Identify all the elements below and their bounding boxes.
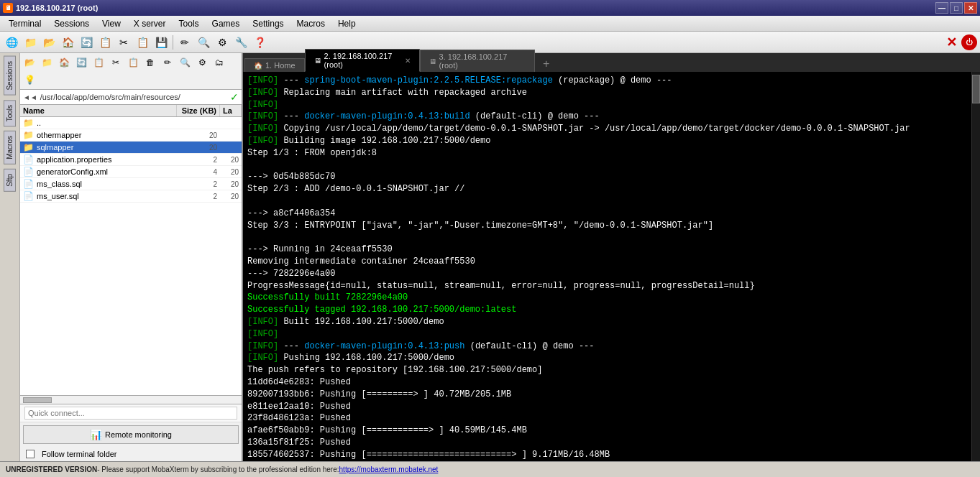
file-icon: 📄 (23, 191, 34, 201)
terminal-line: afae6f50abb9: Pushing [============> ] 4… (247, 425, 967, 437)
tab-add-button[interactable]: + (538, 56, 555, 72)
toolbar-home-icon[interactable]: 🏠 (59, 34, 76, 51)
file-row-parent[interactable]: 📁 .. (20, 117, 242, 129)
file-newfolder-icon[interactable]: 📁 (39, 55, 55, 70)
terminal-line: [INFO] (247, 328, 967, 341)
file-row-app-props[interactable]: 📄 application.properties 2 20 (20, 154, 242, 166)
file-refresh-icon[interactable]: 🔄 (73, 55, 89, 70)
terminal-line: [INFO] Replacing main artifact with repa… (247, 87, 967, 99)
file-edit-icon[interactable]: ✏ (160, 55, 175, 70)
toolbar-settings-icon[interactable]: ⚙ (214, 34, 231, 51)
menu-terminal[interactable]: Terminal (3, 17, 47, 30)
remote-monitoring-button[interactable]: 📊 Remote monitoring (23, 425, 239, 444)
file-row-sqlmapper[interactable]: 📁 sqlmapper 20 (20, 142, 242, 154)
toolbar-edit-icon[interactable]: ✏ (176, 34, 193, 51)
terminal-line: Step 3/3 : ENTRYPOINT ["java", "-jar","-… (247, 220, 967, 232)
tab-home[interactable]: 🏠 1. Home (244, 58, 305, 72)
toolbar-cut-icon[interactable]: ✂ (115, 34, 132, 51)
toolbar-sessions-icon[interactable]: 📁 (22, 34, 39, 51)
app-icon: 🖥 (3, 3, 13, 13)
toolbar-tools-icon[interactable]: 🔧 (232, 34, 249, 51)
toolbar-open-icon[interactable]: 📂 (40, 34, 58, 51)
header-la[interactable]: La (220, 105, 242, 116)
status-link[interactable]: https://mobaxterm.mobatek.net (339, 466, 439, 473)
file-open-icon[interactable]: 📂 (22, 55, 37, 70)
tab-session3[interactable]: 🖥 3. 192.168.100.217 (root) (420, 50, 535, 72)
tab-session2[interactable]: 🖥 2. 192.168.100.217 (root) ✕ (305, 49, 420, 72)
file-settings-icon[interactable]: ⚙ (194, 55, 210, 70)
terminal-line: [INFO] (247, 99, 967, 111)
path-ok-icon: ✓ (230, 91, 239, 103)
folder-icon: 📁 (23, 130, 34, 140)
tab-session2-close[interactable]: ✕ (405, 57, 411, 65)
file-info-icon[interactable]: 💡 (22, 72, 37, 88)
tab-session3-label: 3. 192.168.100.217 (root) (439, 52, 526, 70)
file-paste-icon[interactable]: 📋 (125, 55, 141, 70)
file-copy-icon[interactable]: 📋 (91, 55, 106, 70)
close-button[interactable]: ✕ (964, 2, 977, 14)
terminal-line: [INFO] --- docker-maven-plugin:0.4.13:bu… (247, 111, 967, 123)
minimize-button[interactable]: — (935, 2, 948, 14)
quick-connect-bar (20, 404, 242, 422)
current-path: /usr/local/app/demo/src/main/resources/ (40, 93, 227, 101)
tab-home-icon: 🏠 (254, 62, 262, 70)
maximize-button[interactable]: □ (950, 2, 963, 14)
file-list-header: Name Size (KB) La (20, 105, 242, 117)
terminal-line: 136a15f81f25: Pushed (247, 437, 967, 449)
terminal-line: Step 1/3 : FROM openjdk:8 (247, 147, 967, 159)
toolbar-refresh-icon[interactable]: 🔄 (78, 34, 95, 51)
sidebar-tab-tools[interactable]: Tools (4, 100, 16, 126)
terminal-output[interactable]: [INFO] --- spring-boot-maven-plugin:2.2.… (243, 72, 971, 461)
menu-games[interactable]: Games (206, 17, 246, 30)
terminal-close-button[interactable]: ✕ (946, 34, 957, 50)
path-bar: ◄◄ /usr/local/app/demo/src/main/resource… (20, 90, 242, 105)
file-home-icon[interactable]: 🏠 (56, 55, 72, 70)
terminal-line: [INFO] --- docker-maven-plugin:0.4.13:pu… (247, 341, 967, 353)
tab-session2-label: 2. 192.168.100.217 (root) (324, 52, 402, 69)
toolbar-save-icon[interactable]: 💾 (152, 34, 170, 51)
file-sort-icon[interactable]: 🗂 (211, 55, 227, 70)
quick-connect-input[interactable] (24, 407, 237, 420)
terminal-line: ProgressMessage{id=null, status=null, st… (247, 280, 967, 292)
menu-xserver[interactable]: X server (128, 17, 172, 30)
file-delete-icon[interactable]: 🗑 (142, 55, 158, 70)
toolbar-globe-icon[interactable]: 🌐 (3, 34, 20, 51)
terminal-line: 24efcd549ab5: Pushing [=> ] 1.631MB/114.… (247, 461, 967, 462)
file-row-othermapper[interactable]: 📁 othermapper 20 (20, 129, 242, 142)
status-unregistered: UNREGISTERED VERSION (6, 466, 97, 473)
menu-settings[interactable]: Settings (247, 17, 289, 30)
file-search-icon[interactable]: 🔍 (177, 55, 193, 70)
terminal-line: 11dd6d4e6283: Pushed (247, 376, 967, 389)
file-hscrollbar[interactable] (20, 395, 242, 404)
toolbar-paste-icon[interactable]: 📋 (134, 34, 151, 51)
path-back-button[interactable]: ◄◄ (23, 93, 37, 101)
file-cut-icon[interactable]: ✂ (108, 55, 124, 70)
header-name[interactable]: Name (20, 105, 177, 116)
menu-macros[interactable]: Macros (291, 17, 331, 30)
sidebar-tab-macros[interactable]: Macros (4, 131, 16, 165)
status-bar: UNREGISTERED VERSION - Please support Mo… (0, 461, 980, 477)
toolbar-copy-icon[interactable]: 📋 (96, 34, 114, 51)
terminal-line: Successfully built 7282296e4a00 (247, 292, 967, 304)
menu-view[interactable]: View (96, 17, 127, 30)
file-row-ms-class[interactable]: 📄 ms_class.sql 2 20 (20, 178, 242, 190)
terminal-scrollbar[interactable] (971, 72, 980, 461)
file-icon: 📄 (23, 154, 34, 165)
file-row-ms-user[interactable]: 📄 ms_user.sql 2 20 (20, 190, 242, 203)
sidebar-tab-sftp[interactable]: Sftp (4, 169, 16, 192)
menu-bar: Terminal Sessions View X server Tools Ga… (0, 16, 980, 32)
tab-session2-icon: 🖥 (314, 57, 321, 65)
menu-sessions[interactable]: Sessions (48, 17, 95, 30)
follow-terminal-label: Follow terminal folder (42, 450, 117, 458)
menu-help[interactable]: Help (332, 17, 362, 30)
file-row-generator-config[interactable]: 📄 generatorConfig.xml 4 20 (20, 166, 242, 178)
header-size[interactable]: Size (KB) (177, 105, 220, 116)
menu-tools[interactable]: Tools (173, 17, 205, 30)
sidebar-tab-sessions[interactable]: Sessions (4, 56, 16, 96)
toolbar-search-icon[interactable]: 🔍 (195, 34, 212, 51)
toolbar-help-icon[interactable]: ❓ (251, 34, 268, 51)
power-button[interactable]: ⏻ (961, 34, 977, 50)
folder-icon: 📁 (23, 118, 34, 128)
toolbar-separator (173, 35, 173, 50)
follow-terminal-checkbox[interactable] (26, 450, 35, 458)
